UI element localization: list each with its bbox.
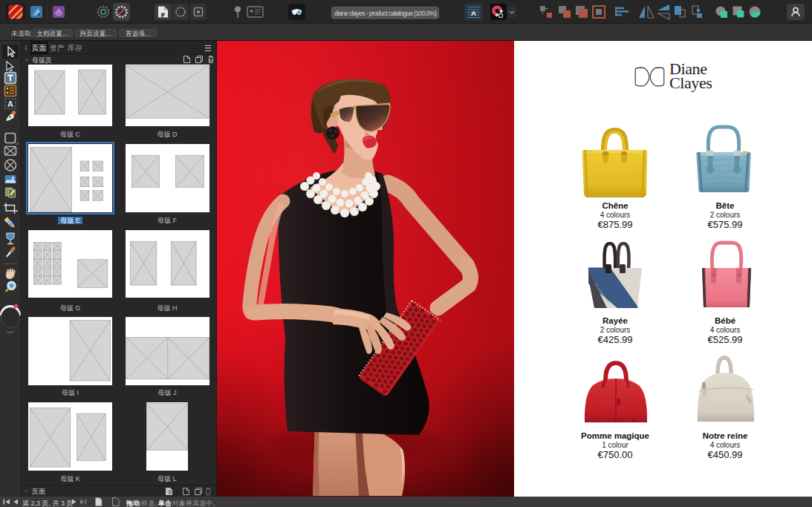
svg-text:A: A xyxy=(7,99,13,108)
svg-text:diane clayes - product catalog: diane clayes - product catalogue (100.0%… xyxy=(334,10,437,17)
svg-text:A: A xyxy=(471,9,476,17)
